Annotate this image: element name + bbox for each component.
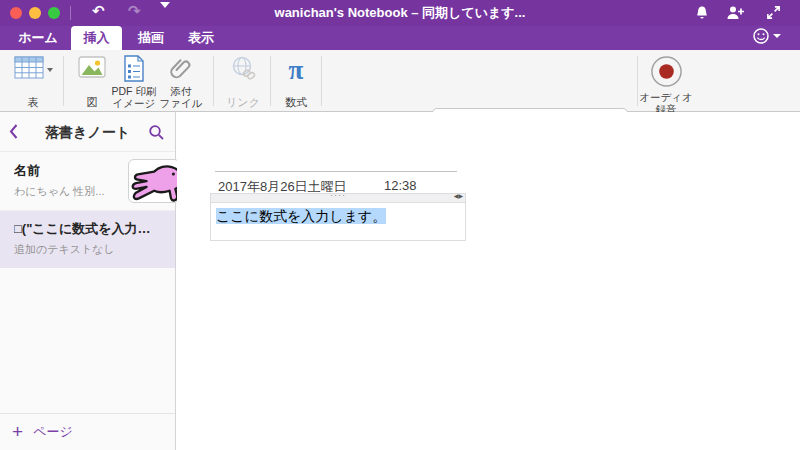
table-dropdown-caret-icon [47,68,53,72]
zoom-window-button[interactable] [48,7,60,19]
doodle-crocodile-image [129,160,180,203]
note-outline-container[interactable]: ···· ◀▶ ここに数式を入力します。 [210,193,466,241]
tab-insert[interactable]: 挿入 [71,26,122,50]
feedback-caret-icon [773,34,781,38]
paperclip-icon [168,55,194,86]
selected-text[interactable]: ここに数式を入力します。 [216,208,386,224]
window-title: wanichan's Notebook – 同期しています... [200,0,600,26]
table-icon [14,55,44,84]
close-window-button[interactable] [10,7,22,19]
insert-picture-button[interactable]: 図 [74,53,110,109]
page-canvas[interactable]: 2017年8月26日土曜日 12:38 ···· ◀▶ ここに数式を入力します。 [177,112,800,450]
add-page-button[interactable]: + ページ [12,422,73,442]
equation-pi-icon: π [289,55,304,85]
minimize-window-button[interactable] [29,7,41,19]
link-globe-icon [230,55,257,85]
outline-resize-icon[interactable]: ◀▶ [454,192,463,199]
page-title-rule [215,171,457,172]
notifications-bell-icon[interactable] [694,5,710,25]
tab-home[interactable]: ホーム [16,26,60,50]
note-text-line[interactable]: ここに数式を入力します。 [211,203,465,231]
insert-link-button: リンク [220,53,266,109]
pdf-document-icon [123,55,145,86]
share-add-person-icon[interactable] [726,5,745,25]
tab-draw[interactable]: 描画 [131,26,171,50]
search-icon[interactable] [148,124,165,145]
page-list-sidebar: 落書きノート 名前 わにちゃん 性別... □("ここに数式を入力… 追加のテキ… [0,112,176,450]
insert-table-button[interactable]: 表 [8,53,58,109]
titlebar: ↶ ↷ wanichan's Notebook – 同期しています... [0,0,800,26]
ribbon: 表 図 PDF 印刷イメージ 添付ファイル リンク [0,50,800,112]
page-list-item[interactable]: 名前 わにちゃん 性別... [0,153,175,211]
redo-icon: ↷ [128,2,141,20]
toolbar-overflow-icon[interactable] [160,8,171,26]
picture-icon [78,55,106,83]
plus-icon: + [12,422,23,442]
insert-equation-button[interactable]: π 数式 [276,53,316,109]
sidebar-footer: + ページ [0,413,175,450]
drag-dots-icon[interactable]: ···· [211,190,465,200]
page-thumbnail [128,159,180,203]
insert-attachment-button[interactable]: 添付ファイル [158,53,204,109]
titlebar-divider [70,6,71,20]
fullscreen-expand-icon[interactable] [766,5,781,24]
ribbon-tabs: ホーム 挿入 描画 表示 [0,26,800,50]
feedback-smiley-icon[interactable] [752,27,781,45]
outline-drag-handle[interactable]: ···· ◀▶ [211,194,465,203]
page-list-item-selected[interactable]: □("ここに数式を入力… 追加のテキストなし [0,211,175,268]
sidebar-header: 落書きノート [0,112,175,152]
onenote-window: ↶ ↷ wanichan's Notebook – 同期しています... ホーム… [0,0,800,450]
record-audio-icon [650,55,683,92]
tab-view[interactable]: 表示 [181,26,221,50]
insert-pdf-printout-button[interactable]: PDF 印刷イメージ [111,53,157,109]
undo-icon[interactable]: ↶ [92,2,105,20]
record-audio-button[interactable]: オーディオ録音 [638,53,694,109]
